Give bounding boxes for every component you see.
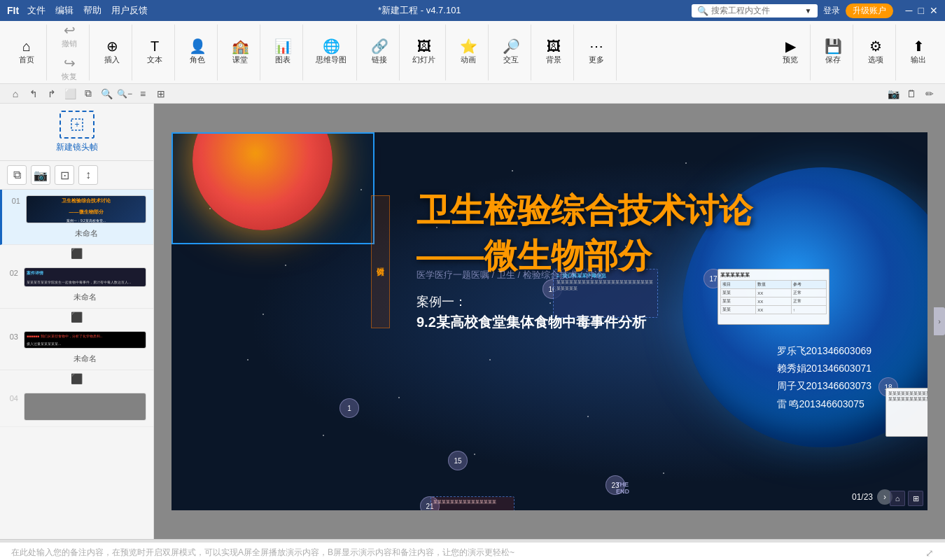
text-button[interactable]: T 文本 (141, 36, 169, 68)
sidebar: + 新建镜头帧 ⧉ 📷 ⊡ ↕ 01 卫生检验综合技术讨论 ——微生物部分 案例 (0, 104, 154, 539)
tb2-home-icon[interactable]: ⌂ (7, 85, 24, 102)
login-button[interactable]: 登录 (823, 5, 840, 17)
slide-thumb-4[interactable]: 04 (0, 387, 153, 427)
slide-icon-row-2: ⬛ (0, 309, 153, 326)
menu-help[interactable]: 帮助 (83, 4, 102, 17)
main-area: + 新建镜头帧 ⧉ 📷 ⊡ ↕ 01 卫生检验综合技术讨论 ——微生物部分 案例 (0, 104, 945, 539)
animation-label: 动画 (461, 55, 476, 65)
interact-button[interactable]: 🔎 交互 (497, 36, 525, 68)
fit-view-button[interactable]: ⊡ (55, 165, 74, 185)
copy-frame-button[interactable]: ⧉ (7, 165, 27, 185)
chart-icon: 📊 (274, 39, 292, 53)
tb2-edit-icon[interactable]: ✏ (921, 85, 938, 102)
class-label: 课堂 (232, 55, 248, 65)
main-toolbar: ⌂ 首页 ↩ 撤销 ↪ 恢复 ⊕ 插入 T 文本 👤 角色 (0, 21, 945, 84)
author-4: 雷 鸣201346603075 (777, 396, 872, 413)
node-17-card: 某某某某某某 项目数值参考 某某XX正常 某某XX正常 某某XX↑ (718, 269, 830, 325)
menu-edit[interactable]: 编辑 (55, 4, 74, 17)
preview-icon: ▶ (785, 39, 796, 53)
undo-button[interactable]: ↩ 撤销 (55, 20, 83, 52)
slide-main-title: 卫生检验综合技术讨论 (416, 188, 752, 233)
tb2-align-icon[interactable]: ≡ (134, 85, 151, 102)
interact-label: 交互 (503, 55, 519, 65)
svg-text:+: + (74, 120, 79, 130)
redo-button[interactable]: ↪ 恢复 (55, 53, 83, 85)
tb2-zoom-out-icon[interactable]: 🔍− (116, 85, 133, 102)
notes-expand-icon[interactable]: ⤢ (925, 547, 934, 559)
the-end-text: THEEND (616, 481, 629, 495)
undo-icon: ↩ (64, 23, 76, 37)
mindmap-button[interactable]: 🌐 思维导图 (312, 36, 351, 68)
search-input[interactable] (711, 6, 802, 15)
insert-button[interactable]: ⊕ 插入 (98, 36, 126, 68)
author-3: 周子又201346603073 (777, 377, 872, 395)
tb2-frame-icon[interactable]: ⬜ (62, 85, 78, 102)
preview-label: 预览 (783, 55, 798, 65)
more-action-button[interactable]: ↕ (78, 165, 98, 185)
slide-icon-row-3: ⬛ (0, 370, 153, 387)
save-button[interactable]: 💾 保存 (819, 36, 847, 68)
slide-authors: 罗乐飞201346603069 赖秀娟201346603071 周子又20134… (777, 342, 872, 413)
slide-button[interactable]: 🖼 幻灯片 (408, 36, 440, 68)
save-icon: 💾 (825, 39, 842, 53)
slide-expand-icon-3[interactable]: ⬛ (71, 373, 83, 384)
menu-feedback[interactable]: 用户反馈 (111, 4, 148, 17)
slide-expand-icon-2[interactable]: ⬛ (71, 312, 83, 323)
home-button[interactable]: ⌂ 首页 (13, 36, 41, 68)
insert-label: 插入 (104, 55, 120, 65)
node-17-label: 17 (709, 275, 717, 283)
tb2-grid-icon[interactable]: ⊞ (153, 85, 169, 102)
slide-thumb-1[interactable]: 01 卫生检验综合技术讨论 ——微生物部分 案例一：9.2某高校食堂... 未命… (0, 190, 153, 245)
animation-icon: ⭐ (460, 39, 477, 53)
upgrade-button[interactable]: 升级账户 (846, 4, 893, 18)
preview-button[interactable]: ▶ 预览 (776, 36, 804, 68)
bg-label: 背景 (546, 55, 561, 65)
right-panel-expand-handle[interactable]: › (934, 307, 945, 335)
tb2-screenshot-icon[interactable]: 🗒 (903, 85, 920, 102)
slide-case-label: 案例一： (416, 293, 467, 310)
toolbar-group-mindmap: 🌐 思维导图 (306, 24, 357, 80)
notes-placeholder: 在此处输入您的备注内容，在预览时开启双屏模式，可以实现A屏全屏播放演示内容，B屏… (11, 547, 920, 559)
slide-expand-icon-1[interactable]: ⬛ (71, 248, 83, 259)
slide-label-2: 未命名 (24, 292, 146, 302)
animation-button[interactable]: ⭐ 动画 (454, 36, 482, 68)
slide-thumb-3[interactable]: 03 ■■■■■■ 我们从某些食物中，分析了化学物质和... 摄入过量某某某某某… (0, 326, 153, 370)
export-button[interactable]: ⬆ 输出 (904, 36, 932, 68)
search-box[interactable]: 🔍 ▼ (692, 4, 818, 18)
insert-icon: ⊕ (106, 39, 118, 53)
node-1-badge[interactable]: 1 (340, 398, 359, 418)
menu-file[interactable]: 文件 (27, 4, 46, 17)
slide-icon: 🖼 (417, 39, 431, 53)
maximize-button[interactable]: □ (918, 5, 924, 16)
role-icon: 👤 (189, 39, 206, 53)
search-dropdown-icon[interactable]: ▼ (805, 7, 812, 15)
slide-thumb-2[interactable]: 02 案件详情 某某某市某某学院发生一起食物中毒事件，累计有中毒人数达百人...… (0, 262, 153, 309)
link-button[interactable]: 🔗 链接 (365, 36, 393, 68)
author-2: 赖秀娟201346603071 (777, 360, 872, 377)
close-button[interactable]: ✕ (930, 5, 938, 16)
new-frame-button[interactable]: + 新建镜头帧 (56, 111, 98, 153)
bottom-grid-icon[interactable]: ⊞ (908, 491, 923, 506)
chart-button[interactable]: 📊 图表 (269, 36, 297, 68)
class-button[interactable]: 🏫 课堂 (226, 36, 254, 68)
screenshot-button[interactable]: 📷 (31, 165, 50, 185)
bg-button[interactable]: 🖼 背景 (540, 36, 568, 68)
node-15-badge[interactable]: 15 (448, 451, 468, 470)
tb2-undo-arrow-icon[interactable]: ↰ (25, 85, 42, 102)
tb2-redo-arrow-icon[interactable]: ↱ (43, 85, 60, 102)
toolbar-group-more: ⋯ 更多 (577, 24, 617, 80)
more-icon: ⋯ (589, 39, 603, 53)
toolbar-group-export: ⬆ 输出 (899, 24, 938, 80)
redo-label: 恢复 (62, 71, 77, 82)
minimize-button[interactable]: ─ (906, 5, 913, 16)
tb2-camera-icon[interactable]: 📷 (885, 85, 902, 102)
tb2-zoom-in-icon[interactable]: 🔍 (98, 85, 115, 102)
tb2-copy-icon[interactable]: ⧉ (80, 85, 97, 102)
vertical-text-box: 实例研讨 (371, 195, 390, 328)
role-button[interactable]: 👤 角色 (183, 36, 211, 68)
options-button[interactable]: ⚙ 选项 (862, 36, 890, 68)
interact-icon: 🔎 (503, 39, 520, 53)
more-button[interactable]: ⋯ 更多 (582, 36, 610, 68)
bottom-home-icon[interactable]: ⌂ (890, 491, 905, 506)
toolbar-group-slide: 🖼 幻灯片 (402, 24, 446, 80)
